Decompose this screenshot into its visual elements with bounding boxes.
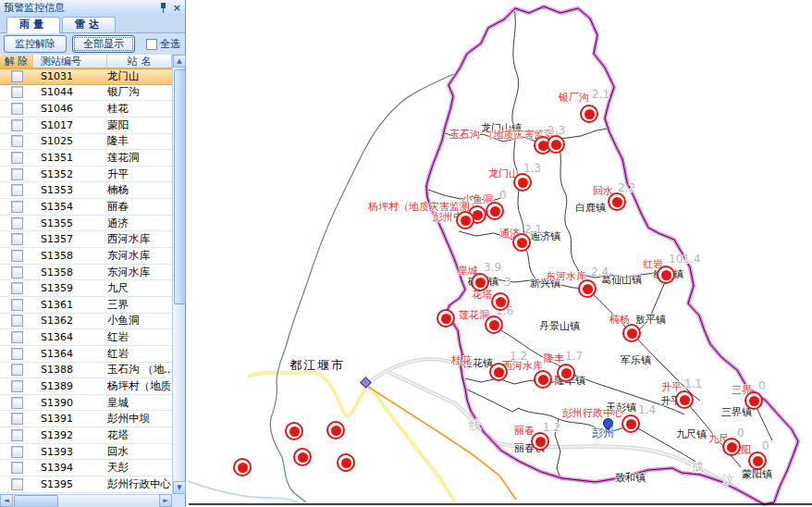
header-release[interactable]: 解 除 — [0, 55, 33, 68]
toolbar: 监控解除 全部显示 全选 — [0, 33, 185, 55]
scroll-up-icon[interactable]: ▲ — [173, 55, 186, 68]
table-row[interactable]: S1364红岩 — [0, 346, 172, 363]
table-row[interactable]: S1393回水 — [0, 444, 172, 461]
pin-icon[interactable] — [159, 3, 168, 13]
release-checkbox[interactable] — [11, 397, 23, 409]
table-row[interactable]: S1391彭州中坝 — [0, 411, 172, 427]
table-row[interactable]: S1392花塔 — [0, 427, 172, 444]
release-cell — [0, 233, 33, 245]
station-id: S1354 — [33, 201, 107, 213]
release-checkbox[interactable] — [11, 184, 23, 196]
release-checkbox[interactable] — [11, 446, 23, 458]
vertical-scroll-thumb[interactable] — [174, 69, 186, 304]
app-window: 龙门山镇白鹿镇通济镇磁峰镇新兴镇葛仙山镇红岩镇丹景山镇敖平镇桂花镇隆丰镇军乐镇天… — [0, 0, 812, 507]
station-id: S1364 — [33, 348, 107, 360]
release-cell — [0, 446, 33, 458]
table-row[interactable]: S1046桂花 — [0, 101, 172, 117]
table-row[interactable]: S1351莲花洞 — [0, 150, 172, 167]
release-cell — [0, 135, 33, 147]
release-checkbox[interactable] — [11, 364, 23, 376]
station-id: S1361 — [33, 299, 107, 311]
scroll-right-icon[interactable]: ► — [159, 494, 172, 507]
scroll-left-icon[interactable]: ◄ — [0, 494, 13, 507]
release-cell — [0, 201, 33, 213]
release-checkbox[interactable] — [11, 380, 23, 392]
table-row[interactable]: S1361三界 — [0, 297, 172, 314]
table-row[interactable]: S1390皇城 — [0, 395, 172, 412]
table-row[interactable]: S1353楠杨 — [0, 182, 172, 199]
release-checkbox[interactable] — [11, 70, 23, 82]
release-cell — [0, 152, 33, 164]
release-checkbox[interactable] — [11, 478, 23, 490]
tab-rainfall[interactable]: 雨量 — [6, 17, 60, 33]
table-row[interactable]: S1395彭州行政中心 — [0, 476, 172, 493]
table-row[interactable]: S1354丽春 — [0, 199, 172, 216]
release-checkbox[interactable] — [11, 429, 23, 441]
table-row[interactable]: S1388玉石沟 （地... — [0, 363, 172, 379]
station-name: 楠杨 — [107, 183, 172, 197]
map-canvas[interactable] — [187, 0, 812, 507]
table-row[interactable]: S1025隆丰 — [0, 134, 172, 151]
table-row[interactable]: S1352升平 — [0, 167, 172, 183]
table-row[interactable]: S1017蒙阳 — [0, 117, 172, 134]
show-all-button[interactable]: 全部显示 — [72, 35, 135, 53]
release-checkbox[interactable] — [11, 168, 23, 180]
release-checkbox[interactable] — [11, 119, 23, 131]
release-checkbox[interactable] — [11, 462, 23, 474]
release-checkbox[interactable] — [11, 201, 23, 213]
table-row[interactable]: S1358东河水库 — [0, 265, 172, 281]
station-name: 红岩 — [107, 347, 172, 361]
table-row[interactable]: S1359九尺 — [0, 280, 172, 297]
release-checkbox[interactable] — [11, 348, 23, 360]
table-row[interactable]: S1357西河水库 — [0, 231, 172, 248]
select-all-label: 全选 — [160, 37, 180, 51]
release-checkbox[interactable] — [11, 282, 23, 294]
release-checkbox[interactable] — [11, 331, 23, 343]
release-checkbox[interactable] — [11, 315, 23, 327]
horizontal-scroll-thumb[interactable] — [14, 495, 58, 507]
table-row[interactable]: S1031龙门山 — [0, 68, 172, 85]
release-checkbox[interactable] — [11, 233, 23, 245]
station-id: S1362 — [33, 315, 107, 327]
scroll-down-icon[interactable]: ▼ — [173, 481, 186, 494]
release-checkbox[interactable] — [11, 266, 23, 278]
release-checkbox[interactable] — [11, 135, 23, 147]
header-station-name[interactable]: 站 名 — [107, 55, 172, 68]
release-cell — [0, 315, 33, 327]
release-cell — [0, 364, 33, 376]
station-id: S1393 — [33, 446, 107, 458]
release-checkbox[interactable] — [11, 413, 23, 425]
tab-radar[interactable]: 雷达 — [62, 17, 116, 32]
station-name: 玉石沟 （地... — [107, 363, 172, 377]
header-station-id[interactable]: 测站编号 — [33, 55, 107, 68]
select-all-checkbox[interactable] — [146, 39, 157, 50]
release-checkbox[interactable] — [11, 250, 23, 262]
release-cell — [0, 266, 33, 278]
select-all: 全选 — [146, 37, 180, 51]
station-id: S1394 — [33, 462, 107, 474]
station-name: 隆丰 — [107, 134, 172, 148]
release-monitor-button[interactable]: 监控解除 — [4, 35, 67, 53]
table-row[interactable]: S1364红岩 — [0, 329, 172, 346]
station-name: 杨坪村（地质... — [107, 379, 172, 393]
release-cell — [0, 103, 33, 115]
vertical-scrollbar[interactable]: ▲ ▼ — [172, 55, 185, 494]
release-checkbox[interactable] — [11, 152, 23, 164]
release-checkbox[interactable] — [11, 103, 23, 115]
station-name: 彭州中坝 — [107, 412, 172, 426]
release-checkbox[interactable] — [11, 217, 23, 229]
station-id: S1046 — [33, 103, 107, 115]
close-icon[interactable]: × — [173, 3, 181, 13]
release-checkbox[interactable] — [11, 299, 23, 311]
table-row[interactable]: S1358东河水库 — [0, 248, 172, 265]
station-name: 三界 — [107, 298, 172, 312]
table-row[interactable]: S1044银厂沟 — [0, 85, 172, 102]
release-checkbox[interactable] — [11, 86, 23, 98]
release-cell — [0, 380, 33, 392]
table-row[interactable]: S1389杨坪村（地质... — [0, 378, 172, 395]
table-row[interactable]: S1355通济 — [0, 216, 172, 232]
table-row[interactable]: S1362小鱼洞 — [0, 314, 172, 330]
horizontal-scrollbar[interactable]: ◄ ► — [0, 494, 172, 507]
station-id: S1355 — [33, 217, 107, 229]
table-row[interactable]: S1394天彭 — [0, 460, 172, 476]
